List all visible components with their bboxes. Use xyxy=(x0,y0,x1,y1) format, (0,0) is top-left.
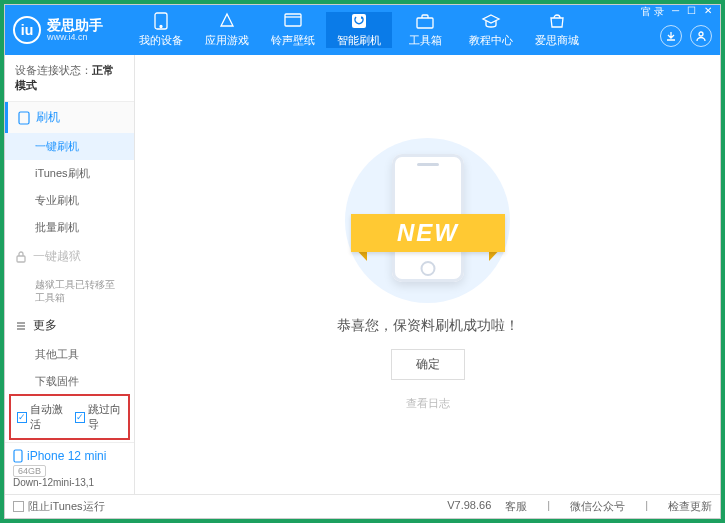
success-illustration: NEW xyxy=(345,138,510,303)
device-panel[interactable]: iPhone 12 mini 64GB Down-12mini-13,1 xyxy=(5,442,134,494)
nav-ringtones[interactable]: 铃声壁纸 xyxy=(260,12,326,48)
nav-toolbox[interactable]: 工具箱 xyxy=(392,12,458,48)
check-icon: ✓ xyxy=(75,412,85,423)
window-close-icon[interactable]: ✕ xyxy=(704,5,712,19)
svg-rect-8 xyxy=(14,450,22,462)
view-log-link[interactable]: 查看日志 xyxy=(406,396,450,411)
sidebar-item-other-tools[interactable]: 其他工具 xyxy=(5,341,134,368)
titlebar: iu 爱思助手 www.i4.cn 我的设备 应用游戏 铃声壁纸 智能刷机 工具… xyxy=(5,5,720,55)
sidebar-item-oneclick-flash[interactable]: 一键刷机 xyxy=(5,133,134,160)
version-label: V7.98.66 xyxy=(447,499,491,514)
phone-flash-icon xyxy=(18,111,30,125)
download-button[interactable] xyxy=(660,25,682,47)
catalog-link[interactable]: 官 录 xyxy=(641,5,664,19)
nav-smart-flash[interactable]: 智能刷机 xyxy=(326,12,392,48)
nav-tutorials[interactable]: 教程中心 xyxy=(458,12,524,48)
graduation-icon xyxy=(481,12,501,30)
check-update-link[interactable]: 检查更新 xyxy=(668,499,712,514)
app-window: iu 爱思助手 www.i4.cn 我的设备 应用游戏 铃声壁纸 智能刷机 工具… xyxy=(4,4,721,519)
svg-rect-4 xyxy=(417,18,433,28)
wallpaper-icon xyxy=(283,12,303,30)
sidebar-item-download-firmware[interactable]: 下载固件 xyxy=(5,368,134,392)
toolbox-icon xyxy=(415,12,435,30)
more-icon xyxy=(15,320,27,332)
user-button[interactable] xyxy=(690,25,712,47)
window-minimize-icon[interactable]: ─ xyxy=(672,5,679,19)
checkbox-auto-activate[interactable]: ✓自动激活 xyxy=(17,402,65,432)
sidebar: 设备连接状态：正常模式 刷机 一键刷机 iTunes刷机 专业刷机 批量刷机 一… xyxy=(5,55,135,494)
sidebar-item-batch-flash[interactable]: 批量刷机 xyxy=(5,214,134,241)
checkbox-skip-guide[interactable]: ✓跳过向导 xyxy=(75,402,123,432)
svg-point-5 xyxy=(699,32,703,36)
flash-icon xyxy=(349,12,369,30)
nav-store[interactable]: 爱思商城 xyxy=(524,12,590,48)
svg-rect-7 xyxy=(17,256,25,262)
window-controls: 官 录 ─ ☐ ✕ xyxy=(641,5,712,55)
new-banner: NEW xyxy=(351,214,505,252)
checkbox-group-highlighted: ✓自动激活 ✓跳过向导 xyxy=(9,394,130,440)
main-nav: 我的设备 应用游戏 铃声壁纸 智能刷机 工具箱 教程中心 爱思商城 xyxy=(128,12,641,48)
main-panel: NEW 恭喜您，保资料刷机成功啦！ 确定 查看日志 xyxy=(135,55,720,494)
checkbox-block-itunes[interactable] xyxy=(13,501,24,512)
brand-url: www.i4.cn xyxy=(47,32,103,42)
window-maximize-icon[interactable]: ☐ xyxy=(687,5,696,19)
device-status: 设备连接状态：正常模式 xyxy=(5,55,134,102)
svg-rect-2 xyxy=(285,14,301,26)
apps-icon xyxy=(217,12,237,30)
sidebar-section-flash[interactable]: 刷机 xyxy=(5,102,134,133)
brand-name: 爱思助手 xyxy=(47,18,103,32)
logo-icon: iu xyxy=(13,16,41,44)
device-icon xyxy=(13,449,23,463)
phone-icon xyxy=(151,12,171,30)
sidebar-section-more[interactable]: 更多 xyxy=(5,310,134,341)
confirm-button[interactable]: 确定 xyxy=(391,349,465,380)
nav-my-device[interactable]: 我的设备 xyxy=(128,12,194,48)
device-firmware: Down-12mini-13,1 xyxy=(13,477,126,488)
sidebar-item-pro-flash[interactable]: 专业刷机 xyxy=(5,187,134,214)
footer: 阻止iTunes运行 V7.98.66 客服 | 微信公众号 | 检查更新 xyxy=(5,494,720,518)
sidebar-section-jailbreak: 一键越狱 xyxy=(5,241,134,272)
success-message: 恭喜您，保资料刷机成功啦！ xyxy=(337,317,519,335)
sidebar-item-itunes-flash[interactable]: iTunes刷机 xyxy=(5,160,134,187)
customer-service-link[interactable]: 客服 xyxy=(505,499,527,514)
svg-rect-3 xyxy=(352,14,366,28)
svg-point-1 xyxy=(160,26,162,28)
lock-icon xyxy=(15,251,27,263)
device-name-row: iPhone 12 mini xyxy=(13,449,126,463)
svg-rect-6 xyxy=(19,112,29,124)
nav-apps-games[interactable]: 应用游戏 xyxy=(194,12,260,48)
brand: iu 爱思助手 www.i4.cn xyxy=(13,16,128,44)
device-capacity: 64GB xyxy=(13,465,46,477)
store-icon xyxy=(547,12,567,30)
jailbreak-note: 越狱工具已转移至工具箱 xyxy=(5,272,134,310)
block-itunes-label: 阻止iTunes运行 xyxy=(28,499,105,514)
check-icon: ✓ xyxy=(17,412,27,423)
wechat-link[interactable]: 微信公众号 xyxy=(570,499,625,514)
